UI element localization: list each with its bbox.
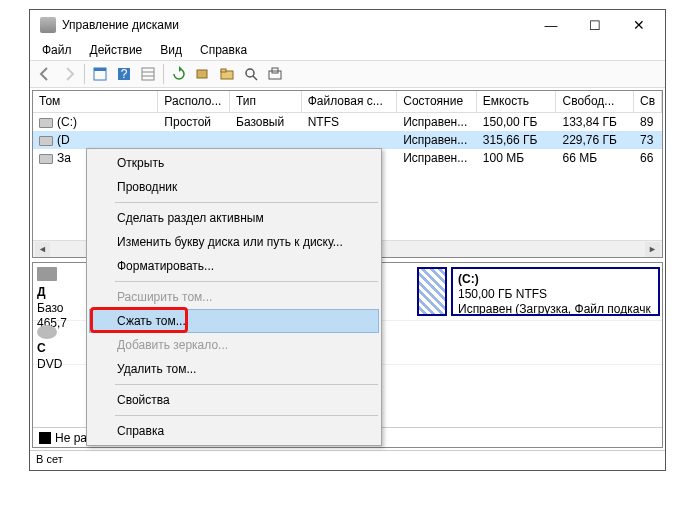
ctx-shrink-volume[interactable]: Сжать том... [89,309,379,333]
ctx-add-mirror: Добавить зеркало... [89,333,379,357]
legend-swatch-unallocated [39,432,51,444]
svg-rect-12 [269,71,281,79]
toolbar-icon-5[interactable] [192,63,214,85]
svg-rect-4 [142,68,154,80]
cdrom-icon [37,325,57,339]
ctx-delete-volume[interactable]: Удалить том... [89,357,379,381]
menubar: Файл Действие Вид Справка [30,40,665,60]
col-status[interactable]: Состояние [397,91,477,112]
svg-text:?: ? [121,67,128,81]
scroll-right-icon[interactable]: ► [645,242,660,257]
partition-reserved[interactable] [417,267,447,316]
disk-icon [37,267,57,281]
col-fs[interactable]: Файловая с... [302,91,398,112]
ctx-separator [115,202,378,203]
help-icon[interactable]: ? [113,63,135,85]
titlebar[interactable]: Управление дисками — ☐ ✕ [30,10,665,40]
svg-rect-7 [197,70,207,78]
svg-line-11 [253,76,257,80]
col-free[interactable]: Свобод... [556,91,634,112]
toolbar-view-icon[interactable] [89,63,111,85]
col-type[interactable]: Тип [230,91,302,112]
toolbar-icon-8[interactable] [264,63,286,85]
forward-button[interactable] [58,63,80,85]
column-headers: Том Располо... Тип Файловая с... Состоян… [33,91,662,113]
volume-row[interactable]: (C:) Простой Базовый NTFS Исправен... 15… [33,113,662,131]
toolbar-list-icon[interactable] [137,63,159,85]
volume-icon [39,154,53,164]
svg-rect-1 [94,68,106,71]
minimize-button[interactable]: — [529,11,573,39]
ctx-format[interactable]: Форматировать... [89,254,379,278]
menu-view[interactable]: Вид [152,41,190,59]
menu-help[interactable]: Справка [192,41,255,59]
ctx-extend-volume: Расширить том... [89,285,379,309]
ctx-separator [115,415,378,416]
refresh-icon[interactable] [168,63,190,85]
volume-row-selected[interactable]: (D Исправен... 315,66 ГБ 229,76 ГБ 73 [33,131,662,149]
volume-icon [39,118,53,128]
ctx-change-letter[interactable]: Изменить букву диска или путь к диску... [89,230,379,254]
col-capacity[interactable]: Емкость [477,91,557,112]
ctx-explorer[interactable]: Проводник [89,175,379,199]
svg-rect-9 [221,69,226,72]
col-pct[interactable]: Св [634,91,662,112]
ctx-separator [115,281,378,282]
toolbar-icon-7[interactable] [240,63,262,85]
ctx-open[interactable]: Открыть [89,151,379,175]
window-title: Управление дисками [62,18,529,32]
volume-icon [39,136,53,146]
svg-point-10 [246,69,254,77]
menu-action[interactable]: Действие [82,41,151,59]
back-button[interactable] [34,63,56,85]
ctx-properties[interactable]: Свойства [89,388,379,412]
toolbar-icon-6[interactable] [216,63,238,85]
statusbar: В сет [30,450,665,470]
menu-file[interactable]: Файл [34,41,80,59]
ctx-separator [115,384,378,385]
col-volume[interactable]: Том [33,91,158,112]
context-menu[interactable]: Открыть Проводник Сделать раздел активны… [86,148,382,446]
close-button[interactable]: ✕ [617,11,661,39]
ctx-help[interactable]: Справка [89,419,379,443]
toolbar: ? [30,60,665,88]
ctx-make-active[interactable]: Сделать раздел активным [89,206,379,230]
app-icon [40,17,56,33]
col-layout[interactable]: Располо... [158,91,230,112]
maximize-button[interactable]: ☐ [573,11,617,39]
scroll-left-icon[interactable]: ◄ [35,242,50,257]
partition-c[interactable]: (C:) 150,00 ГБ NTFS Исправен (Загрузка, … [451,267,660,316]
